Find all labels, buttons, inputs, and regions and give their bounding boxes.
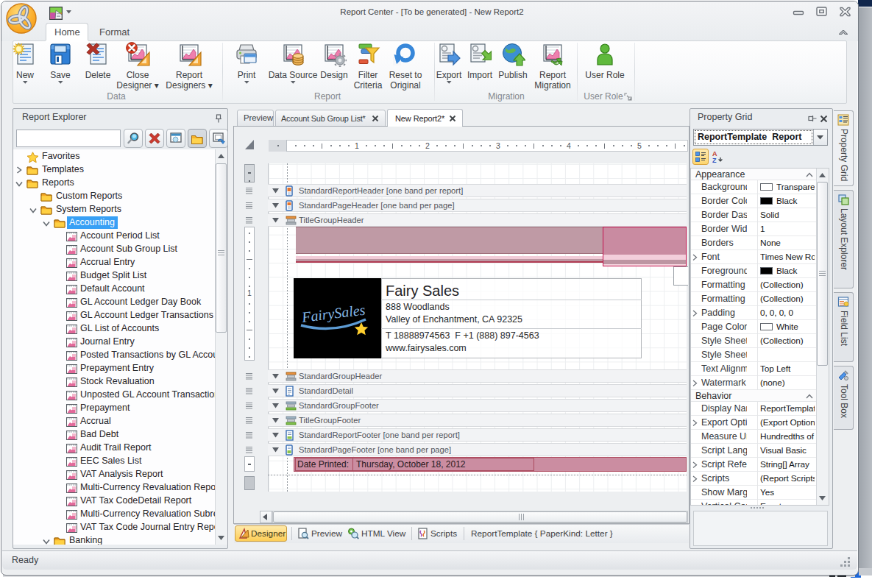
- svg-text:Z: Z: [712, 157, 717, 163]
